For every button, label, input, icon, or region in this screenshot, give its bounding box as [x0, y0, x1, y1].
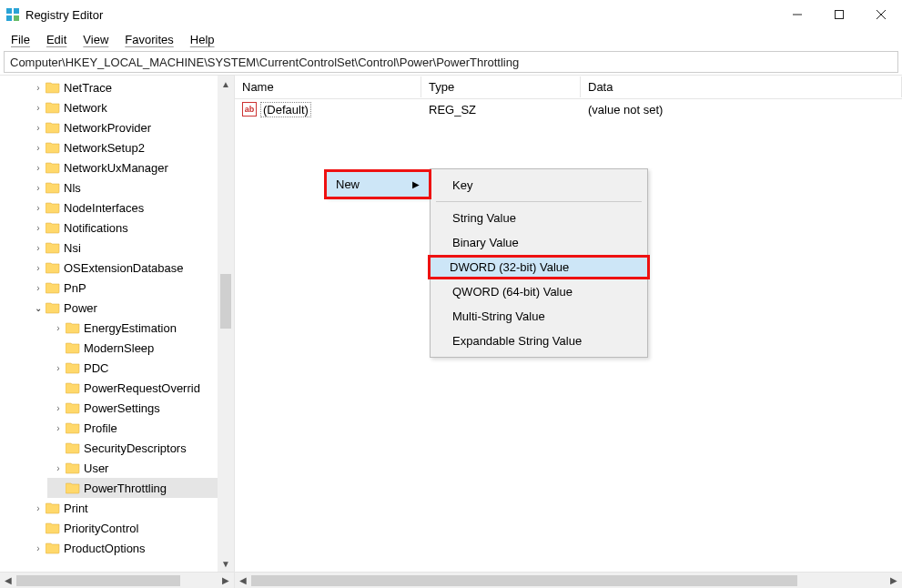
chevron-right-icon[interactable]: ›: [31, 143, 46, 153]
chevron-right-icon[interactable]: ›: [51, 423, 66, 433]
chevron-right-icon[interactable]: ›: [31, 223, 46, 233]
folder-icon: [46, 281, 60, 294]
tree-item-pnp[interactable]: ›PnP: [27, 278, 234, 298]
column-name[interactable]: Name: [235, 76, 421, 97]
tree-item-nodeinterfaces[interactable]: ›NodeInterfaces: [27, 198, 234, 218]
list-row[interactable]: ab (Default) REG_SZ (value not set): [235, 99, 902, 119]
tree-item-osextensiondatabase[interactable]: ›OSExtensionDatabase: [27, 258, 234, 278]
tree-item-nsi[interactable]: ›Nsi: [27, 238, 234, 258]
tree-item-nettrace[interactable]: ›NetTrace: [27, 77, 234, 97]
chevron-right-icon[interactable]: ›: [31, 283, 46, 293]
chevron-right-icon[interactable]: ›: [31, 503, 46, 513]
chevron-right-icon[interactable]: ›: [31, 263, 46, 273]
scroll-thumb[interactable]: [251, 575, 797, 586]
menu-help[interactable]: Help: [183, 31, 222, 48]
folder-icon: [46, 221, 60, 234]
tree[interactable]: ›NetTrace›Network›NetworkProvider›Networ…: [0, 76, 234, 572]
menu-bar: File Edit View Favorites Help: [0, 29, 902, 49]
submenu-string-value[interactable]: String Value: [431, 206, 647, 230]
minimize-button[interactable]: [776, 0, 818, 29]
menu-edit[interactable]: Edit: [39, 31, 74, 48]
tree-item-powerrequestoverrid[interactable]: PowerRequestOverrid: [47, 378, 234, 398]
context-menu-new[interactable]: New ▶: [324, 169, 431, 199]
tree-item-notifications[interactable]: ›Notifications: [27, 218, 234, 238]
tree-item-energyestimation[interactable]: ›EnergyEstimation: [47, 318, 234, 338]
scroll-left-icon[interactable]: ◀: [0, 573, 16, 588]
svg-rect-0: [6, 8, 12, 14]
tree-item-pdc[interactable]: ›PDC: [47, 358, 234, 378]
window-title: Registry Editor: [25, 8, 776, 22]
submenu-qword-value[interactable]: QWORD (64-bit) Value: [431, 279, 647, 304]
menu-favorites[interactable]: Favorites: [117, 31, 180, 48]
submenu-dword-value[interactable]: DWORD (32-bit) Value: [428, 255, 650, 279]
tree-item-network[interactable]: ›Network: [27, 97, 234, 117]
chevron-right-icon[interactable]: ›: [51, 363, 66, 373]
scroll-thumb[interactable]: [220, 274, 231, 329]
tree-pane: ›NetTrace›Network›NetworkProvider›Networ…: [0, 76, 235, 588]
chevron-right-icon[interactable]: ›: [31, 183, 46, 193]
folder-icon: [46, 241, 60, 254]
tree-item-label: ModernSleep: [84, 341, 154, 355]
tree-item-label: Network: [64, 101, 107, 115]
tree-item-label: PowerRequestOverrid: [84, 381, 200, 395]
scroll-thumb[interactable]: [16, 575, 180, 586]
chevron-right-icon[interactable]: ›: [31, 103, 46, 113]
tree-item-nls[interactable]: ›Nls: [27, 177, 234, 198]
chevron-right-icon[interactable]: ›: [51, 323, 66, 333]
chevron-right-icon[interactable]: ›: [31, 123, 46, 133]
address-bar[interactable]: Computer\HKEY_LOCAL_MACHINE\SYSTEM\Curre…: [4, 51, 898, 73]
scroll-right-icon[interactable]: ▶: [886, 573, 902, 588]
scroll-right-icon[interactable]: ▶: [218, 573, 234, 588]
tree-item-print[interactable]: ›Print: [27, 498, 234, 518]
column-type[interactable]: Type: [421, 76, 581, 97]
chevron-right-icon[interactable]: ›: [51, 403, 66, 413]
submenu-multi-string-value[interactable]: Multi-String Value: [431, 304, 647, 329]
scroll-left-icon[interactable]: ◀: [235, 573, 251, 588]
context-menu-new-label: New: [336, 177, 360, 191]
tree-item-user[interactable]: ›User: [47, 458, 234, 478]
chevron-right-icon[interactable]: ›: [31, 203, 46, 213]
chevron-down-icon[interactable]: ⌄: [31, 303, 46, 313]
chevron-right-icon[interactable]: ›: [51, 463, 66, 473]
chevron-right-icon[interactable]: ›: [31, 163, 46, 173]
scroll-down-icon[interactable]: ▼: [218, 555, 233, 572]
tree-item-networkuxmanager[interactable]: ›NetworkUxManager: [27, 157, 234, 177]
folder-icon: [66, 321, 80, 334]
tree-vertical-scrollbar[interactable]: ▲ ▼: [218, 76, 234, 572]
scroll-up-icon[interactable]: ▲: [218, 76, 233, 92]
tree-item-powerthrottling[interactable]: PowerThrottling: [47, 478, 234, 498]
list-header: Name Type Data: [235, 76, 902, 99]
tree-item-securitydescriptors[interactable]: SecurityDescriptors: [47, 438, 234, 458]
tree-item-productoptions[interactable]: ›ProductOptions: [27, 538, 234, 558]
maximize-button[interactable]: [818, 0, 860, 29]
tree-item-networksetup2[interactable]: ›NetworkSetup2: [27, 137, 234, 157]
column-data[interactable]: Data: [581, 76, 902, 97]
submenu-expandable-string-value[interactable]: Expandable String Value: [431, 329, 647, 353]
tree-item-label: PnP: [64, 281, 86, 295]
tree-item-power[interactable]: ⌄Power: [27, 298, 234, 318]
folder-icon: [46, 261, 60, 274]
chevron-right-icon[interactable]: ›: [31, 243, 46, 253]
submenu-binary-value[interactable]: Binary Value: [431, 230, 647, 255]
tree-item-prioritycontrol[interactable]: PriorityControl: [27, 518, 234, 538]
close-button[interactable]: [860, 0, 902, 29]
menu-file[interactable]: File: [4, 31, 37, 48]
svg-rect-5: [836, 11, 844, 19]
tree-item-label: SecurityDescriptors: [84, 441, 187, 455]
folder-icon: [66, 441, 80, 454]
tree-item-label: EnergyEstimation: [84, 321, 177, 335]
tree-item-label: NodeInterfaces: [64, 201, 144, 215]
tree-horizontal-scrollbar[interactable]: ◀ ▶: [0, 572, 234, 588]
folder-icon: [46, 201, 60, 214]
tree-item-label: NetTrace: [64, 81, 112, 95]
tree-item-profile[interactable]: ›Profile: [47, 418, 234, 438]
chevron-right-icon[interactable]: ›: [31, 543, 46, 553]
list-horizontal-scrollbar[interactable]: ◀ ▶: [235, 572, 902, 588]
tree-item-networkprovider[interactable]: ›NetworkProvider: [27, 117, 234, 137]
chevron-right-icon[interactable]: ›: [31, 83, 46, 93]
submenu-key[interactable]: Key: [431, 173, 647, 198]
menu-view[interactable]: View: [76, 31, 116, 48]
tree-item-label: Power: [64, 301, 97, 315]
tree-item-powersettings[interactable]: ›PowerSettings: [47, 398, 234, 418]
tree-item-modernsleep[interactable]: ModernSleep: [47, 338, 234, 358]
